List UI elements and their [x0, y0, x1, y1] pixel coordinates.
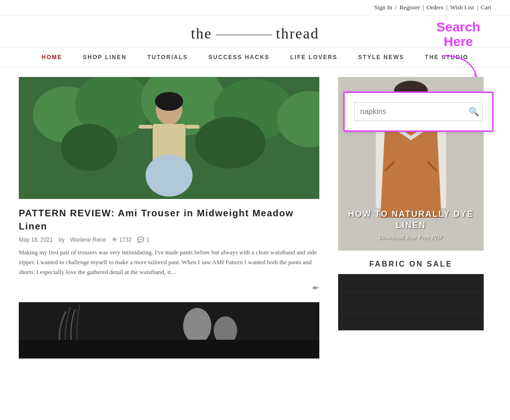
svg-rect-12: [139, 125, 153, 129]
left-column: PATTERN REVIEW: Ami Trouser in Midweight…: [19, 77, 338, 359]
article-1-date: May 18, 2021: [19, 237, 53, 243]
fabric-sale-heading: FABRIC ON SALE: [338, 260, 484, 268]
top-bar: Sign In / Register | Orders | Wish List …: [0, 0, 510, 15]
search-button[interactable]: 🔍: [469, 107, 479, 117]
article-2-image: [19, 302, 319, 359]
search-input[interactable]: napkins: [354, 102, 483, 121]
search-overlay: napkins 🔍: [343, 92, 494, 132]
nav-life-lovers[interactable]: LIFE LOVERS: [280, 54, 348, 61]
share-area: ↞: [19, 283, 319, 293]
svg-point-6: [61, 124, 117, 171]
fabric-carousel-wrapper: ‹ ›: [338, 274, 484, 330]
article-1-excerpt: Making my first pair of trousers was ver…: [19, 248, 319, 277]
article-1-meta: May 18, 2021 by Warlene Rene 👁 1732 💬 1: [19, 237, 319, 243]
search-input-wrapper: napkins 🔍: [354, 102, 483, 121]
cart-link[interactable]: Cart: [481, 4, 491, 11]
separator-1: |: [423, 4, 424, 11]
eye-icon: 👁: [112, 237, 117, 243]
comment-icon: 💬: [137, 237, 144, 243]
svg-point-11: [146, 154, 193, 197]
sep-slash: /: [395, 4, 397, 11]
apron-title: HOW TO NATURALLY DYE LINEN: [338, 209, 484, 231]
svg-point-9: [155, 92, 183, 111]
apron-overlay-text: HOW TO NATURALLY DYE LINEN Download Your…: [338, 209, 484, 241]
register-link[interactable]: Register: [400, 4, 420, 11]
article-1-author[interactable]: Warlene Rene: [70, 237, 106, 243]
wish-list-link[interactable]: Wish List: [450, 4, 474, 11]
header: thethread Search Here: [0, 15, 510, 47]
search-icon: 🔍: [469, 107, 479, 116]
article-1-comments: 💬 1: [137, 237, 149, 243]
svg-rect-13: [185, 125, 200, 129]
separator-3: |: [477, 4, 478, 11]
separator-2: |: [446, 4, 448, 11]
main-nav: HOME SHOP LINEN TUTORIALS SUCCESS HACKS …: [0, 47, 510, 68]
nav-shop-linen[interactable]: SHOP LINEN: [73, 54, 137, 61]
orders-link[interactable]: Orders: [427, 4, 443, 11]
article-1-by: by: [59, 237, 65, 243]
nav-style-news[interactable]: STYLE NEWS: [348, 54, 415, 61]
apron-subtitle: Download Your Free PDF: [338, 234, 484, 241]
svg-point-7: [195, 117, 265, 168]
site-logo: thethread: [191, 25, 319, 42]
nav-success-hacks[interactable]: SUCCESS HACKS: [198, 54, 280, 61]
fabric-carousel: [338, 274, 484, 330]
article-1-image: [19, 77, 319, 199]
nav-home[interactable]: HOME: [31, 54, 73, 61]
nav-tutorials[interactable]: TUTORIALS: [137, 54, 198, 61]
share-icon[interactable]: ↞: [312, 283, 319, 293]
sign-in-link[interactable]: Sign In: [374, 4, 392, 11]
svg-rect-17: [19, 340, 319, 359]
article-1-title[interactable]: PATTERN REVIEW: Ami Trouser in Midweight…: [19, 206, 319, 233]
article-1-views: 👁 1732: [112, 237, 132, 243]
svg-point-15: [183, 308, 211, 344]
search-callout-text: Search Here: [436, 20, 480, 49]
